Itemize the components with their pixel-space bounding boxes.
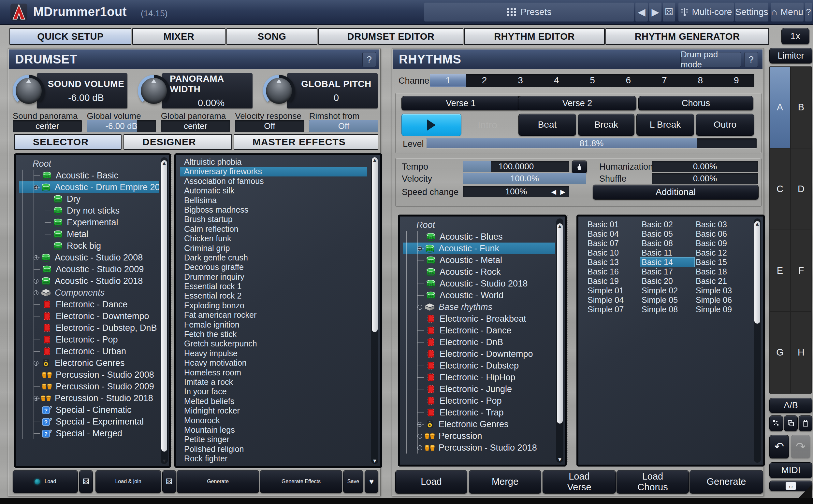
tab-song[interactable]: SONG: [227, 28, 317, 45]
knob-sound-volume[interactable]: [13, 75, 45, 107]
list-item[interactable]: Polished religion: [180, 444, 367, 454]
tree-item[interactable]: Electronic - Dance: [403, 325, 555, 336]
tree-item[interactable]: Electronic - Dubstep, DnB: [19, 322, 159, 334]
section-verse-1-button[interactable]: Verse 1: [401, 96, 520, 110]
tree-item[interactable]: Electronic - HipHop: [403, 371, 555, 383]
morph-button[interactable]: [769, 415, 783, 431]
speed-decrease-icon[interactable]: ◀: [551, 188, 556, 196]
velocity-field[interactable]: 100.0%: [463, 173, 586, 184]
redo-button[interactable]: ↷: [791, 435, 810, 458]
multicore-button[interactable]: Multi-core: [679, 3, 734, 21]
scroll-down-icon[interactable]: ▼: [161, 458, 168, 464]
slot-h-button[interactable]: H: [791, 312, 812, 393]
list-item[interactable]: Calm reflection: [180, 224, 367, 234]
tree-item[interactable]: Percussion - Studio 2009: [19, 381, 159, 392]
tree-item[interactable]: Experimental: [19, 217, 159, 228]
rhythm-variation[interactable]: Simple 03: [694, 286, 749, 295]
rhythm-variation[interactable]: Basic 21: [694, 276, 749, 286]
random-preset-button[interactable]: ⚄: [663, 3, 675, 21]
list-item[interactable]: Bellisima: [180, 196, 367, 205]
list-item[interactable]: Heavy motivation: [180, 358, 367, 368]
tree-item[interactable]: Electronic - Trap: [403, 407, 555, 418]
list-item[interactable]: Homeless room: [180, 368, 367, 377]
list-item[interactable]: Association of famous: [180, 176, 367, 186]
load-join-button[interactable]: Load & join: [95, 470, 161, 493]
slot-e-button[interactable]: E: [769, 230, 791, 312]
expand-icon[interactable]: [417, 434, 422, 439]
save-button[interactable]: Save: [343, 470, 363, 493]
tree-item[interactable]: Components: [19, 287, 159, 299]
rhythm-variation[interactable]: Basic 06: [694, 229, 749, 239]
dice-sub-button[interactable]: ⚄: [79, 470, 93, 493]
tree-item[interactable]: Acoustic - Studio 2009: [19, 263, 159, 275]
expand-icon[interactable]: [34, 361, 38, 366]
channel-1-button[interactable]: 1: [430, 74, 466, 87]
rhythm-variation[interactable]: Basic 09: [694, 239, 749, 248]
channel-8-button[interactable]: 8: [682, 74, 718, 87]
list-item[interactable]: Bigboss madness: [180, 205, 367, 215]
expand-icon[interactable]: [417, 422, 422, 427]
shuffle-field[interactable]: 0.00%: [652, 173, 758, 184]
scroll-down-icon[interactable]: ▼: [371, 458, 378, 464]
rhythm-variation[interactable]: Basic 14: [640, 258, 694, 267]
slot-d-button[interactable]: D: [791, 148, 812, 230]
subtab-designer[interactable]: DESIGNER: [123, 134, 232, 150]
tree-item[interactable]: Acoustic - Funk: [403, 243, 555, 254]
rhythm-variation[interactable]: Simple 09: [694, 305, 749, 314]
slot-b-button[interactable]: B: [791, 66, 812, 148]
list-item[interactable]: Drummer inquiry: [180, 272, 367, 282]
scroll-up-icon[interactable]: ▲: [754, 221, 761, 227]
additional-button[interactable]: Additional: [593, 185, 759, 200]
list-item[interactable]: Brush startup: [180, 215, 367, 224]
tree-item[interactable]: Acoustic - World: [403, 289, 555, 301]
tree-item[interactable]: ??Special - Merged: [19, 427, 159, 439]
next-preset-button[interactable]: ▶: [649, 3, 662, 21]
tree-item[interactable]: Percussion: [403, 430, 555, 442]
tree-item[interactable]: Acoustic - Studio 2018: [19, 275, 159, 287]
rhythm-variation[interactable]: Basic 02: [640, 220, 694, 229]
drumset-list-scrollbar[interactable]: ▲ ▼: [371, 157, 378, 464]
rhythms-help-button[interactable]: ?: [744, 52, 758, 67]
tree-item[interactable]: Rock big: [19, 240, 159, 252]
speed-increase-icon[interactable]: ▶: [560, 188, 565, 196]
list-item[interactable]: Melted beliefs: [180, 397, 367, 406]
knob-global-pitch[interactable]: [263, 75, 295, 107]
tab-drumset-editor[interactable]: DRUMSET EDITOR: [318, 28, 463, 45]
tree-item[interactable]: Dry not sticks: [19, 205, 159, 217]
expand-icon[interactable]: [34, 279, 38, 284]
list-item[interactable]: Chicken funk: [180, 234, 367, 243]
list-item[interactable]: Altruistic phobia: [180, 157, 367, 167]
section-verse-2-button[interactable]: Verse 2: [518, 96, 637, 110]
tree-item[interactable]: Base rhythms: [403, 301, 555, 313]
list-item[interactable]: In your face: [180, 387, 367, 396]
tree-item[interactable]: Electronic Genres: [403, 418, 555, 430]
channel-7-button[interactable]: 7: [647, 74, 682, 87]
help-button[interactable]: ?: [805, 3, 812, 21]
channel-9-button[interactable]: 9: [719, 74, 754, 87]
tab-rhythm-editor[interactable]: RHYTHM EDITOR: [464, 28, 605, 45]
scroll-up-icon[interactable]: ▲: [556, 223, 563, 229]
param-field-global-panorama[interactable]: center: [161, 120, 230, 132]
tree-item[interactable]: Percussion - Studio 2018: [19, 392, 159, 404]
drumset-splitter[interactable]: [168, 153, 173, 464]
tap-tempo-button[interactable]: [572, 161, 587, 173]
rhythms-splitter[interactable]: [564, 215, 568, 463]
channel-5-button[interactable]: 5: [574, 74, 610, 87]
subtab-selector[interactable]: SELECTOR: [14, 134, 121, 150]
list-item[interactable]: Fat american rocker: [180, 310, 367, 320]
level-slider[interactable]: 81.8%: [427, 138, 757, 148]
tree-item[interactable]: Dry: [19, 193, 159, 205]
list-item[interactable]: Mountain legs: [180, 425, 367, 435]
rhythm-variation[interactable]: Basic 19: [586, 276, 640, 286]
channel-2-button[interactable]: 2: [466, 74, 502, 87]
tree-item[interactable]: Acoustic - Rock: [403, 266, 555, 278]
param-field-rimshot-from[interactable]: Off: [309, 120, 378, 132]
generate-effects-button[interactable]: Generate Effects: [260, 470, 342, 493]
list-item[interactable]: Heavy impulse: [180, 349, 367, 358]
presets-button[interactable]: Presets: [424, 3, 634, 21]
channel-4-button[interactable]: 4: [538, 74, 574, 87]
expand-icon[interactable]: [34, 255, 38, 260]
rhythm-variation[interactable]: Basic 17: [640, 267, 694, 276]
part-outro-button[interactable]: Outro: [696, 114, 754, 136]
list-item[interactable]: Female ignition: [180, 320, 367, 329]
